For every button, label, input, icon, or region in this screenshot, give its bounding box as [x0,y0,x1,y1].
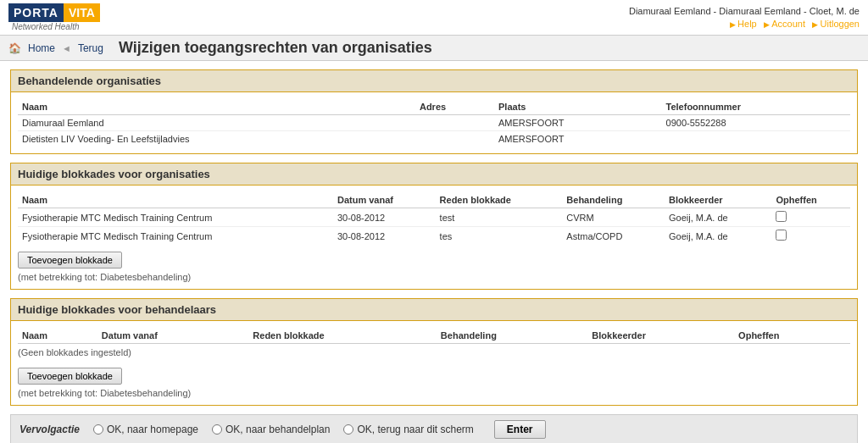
blok-naam: Fysiotherapie MTC Medisch Training Centr… [18,227,333,246]
radio-homepage-label: OK, naar homepage [107,424,198,435]
behandelende-organisaties-header: Behandelende organisaties [11,70,857,92]
help-link[interactable]: Help [730,19,757,29]
enter-button[interactable]: Enter [494,420,546,439]
radio-behandelplan-label: OK, naar behandelplan [225,424,330,435]
blok-opheffen-cell [771,208,850,227]
vervolgactie-bar: Vervolgactie OK, naar homepage OK, naar … [10,414,858,443]
blok-reden: tes [436,227,563,246]
blok-opheffen-cell [771,227,850,246]
col-datum: Datum vanaf [97,328,249,344]
toevoegen-blokkade-org-button[interactable]: Toevoegen blokkade [18,252,122,269]
blokkades-behandelaars-section: Huidige blokkades voor behandelaars Naam… [10,298,858,406]
logo-area: PORTAVITA Networked Health [8,3,100,31]
blok-reden: test [436,208,563,227]
col-blokkeerder: Blokkeerder [665,192,771,208]
org-plaats: AMERSFOORT [494,115,662,131]
account-link[interactable]: Account [764,19,805,29]
no-data-label: (Geen blokkades ingesteld) [18,344,850,362]
blokkades-behandelaars-table: Naam Datum vanaf Reden blokkade Behandel… [18,328,850,361]
blokkade-org-note: (met betrekking tot: Diabetesbehandeling… [18,272,850,282]
col-behandeling: Behandeling [437,328,587,344]
blok-behandeling: CVRM [562,208,665,227]
org-naam: Diamuraal Eemland [18,115,415,131]
logo: PORTAVITA [8,3,100,22]
blokkades-organisaties-content: Naam Datum vanaf Reden blokkade Behandel… [11,186,857,289]
org-naam: Dietisten LIV Voeding- En Leefstijladvie… [18,131,415,147]
col-opheffen: Opheffen [734,328,850,344]
col-adres: Adres [415,99,494,115]
home-icon: 🏠 [8,42,21,54]
org-adres [415,131,494,147]
behandelende-organisaties-section: Behandelende organisaties Naam Adres Pla… [10,69,858,154]
main-content: Behandelende organisaties Naam Adres Pla… [0,61,868,443]
blok-datum: 30-08-2012 [333,208,436,227]
blokkade-behandelaar-note: (met betrekking tot: Diabetesbehandeling… [18,388,850,398]
blok-blokkeerder: Goeij, M.A. de [665,208,771,227]
toevoegen-blokkade-behandelaar-button[interactable]: Toevoegen blokkade [18,368,122,385]
blok-datum: 30-08-2012 [333,227,436,246]
radio-option-ditscherm[interactable]: OK, terug naar dit scherm [343,424,473,435]
table-row: Fysiotherapie MTC Medisch Training Centr… [18,227,850,246]
table-row: Fysiotherapie MTC Medisch Training Centr… [18,208,850,227]
logo-vita: VITA [64,3,100,22]
blok-blokkeerder: Goeij, M.A. de [665,227,771,246]
blok-behandeling: Astma/COPD [562,227,665,246]
vervolgactie-label: Vervolgactie [19,424,80,435]
table-row: Diamuraal Eemland AMERSFOORT 0900-555228… [18,115,850,131]
col-datum: Datum vanaf [333,192,436,208]
home-link[interactable]: Home [28,42,55,54]
org-telefoon [662,131,850,147]
page-header: PORTAVITA Networked Health Diamuraal Eem… [0,0,868,36]
blokkades-organisaties-section: Huidige blokkades voor organisaties Naam… [10,163,858,290]
col-reden: Reden blokkade [248,328,437,344]
blokkades-organisaties-table: Naam Datum vanaf Reden blokkade Behandel… [18,192,850,245]
col-naam: Naam [18,192,333,208]
blokkades-behandelaars-content: Naam Datum vanaf Reden blokkade Behandel… [11,321,857,405]
col-plaats: Plaats [494,99,662,115]
logo-porta: PORTA [8,3,64,22]
col-telefoon: Telefoonnummer [662,99,850,115]
logo-tagline: Networked Health [12,22,79,31]
blokkades-organisaties-header: Huidige blokkades voor organisaties [11,163,857,186]
radio-option-behandelplan[interactable]: OK, naar behandelplan [212,424,330,435]
col-naam: Naam [18,99,415,115]
org-plaats: AMERSFOORT [494,131,662,147]
org-adres [415,115,494,131]
behandelende-organisaties-content: Naam Adres Plaats Telefoonnummer Diamura… [11,92,857,153]
nav-separator: ◄ [62,43,71,53]
table-row: (Geen blokkades ingesteld) [18,344,850,362]
radio-ditscherm-label: OK, terug naar dit scherm [357,424,473,435]
radio-homepage[interactable] [93,424,103,435]
radio-option-homepage[interactable]: OK, naar homepage [93,424,198,435]
radio-behandelplan[interactable] [212,424,222,435]
col-reden: Reden blokkade [436,192,563,208]
blok-naam: Fysiotherapie MTC Medisch Training Centr… [18,208,333,227]
col-naam: Naam [18,328,97,344]
radio-ditscherm[interactable] [343,424,353,435]
opheffen-checkbox-1[interactable] [776,211,787,222]
col-blokkeerder: Blokkeerder [587,328,734,344]
back-link[interactable]: Terug [78,42,103,54]
org-line: Diamuraal Eemland - Diamuraal Eemland - … [629,6,860,16]
page-title: Wijzigen toegangsrechten van organisatie… [119,39,432,57]
col-opheffen: Opheffen [771,192,850,208]
blokkades-behandelaars-header: Huidige blokkades voor behandelaars [11,299,857,321]
uitloggen-link[interactable]: Uitloggen [812,19,860,29]
behandelende-organisaties-table: Naam Adres Plaats Telefoonnummer Diamura… [18,99,850,147]
nav-bar: 🏠 Home ◄ Terug Wijzigen toegangsrechten … [0,36,868,61]
header-right: Diamuraal Eemland - Diamuraal Eemland - … [629,6,860,29]
org-telefoon: 0900-5552288 [662,115,850,131]
header-links: Help Account Uitloggen [629,19,860,29]
opheffen-checkbox-2[interactable] [776,230,787,241]
col-behandeling: Behandeling [562,192,665,208]
table-row: Dietisten LIV Voeding- En Leefstijladvie… [18,131,850,147]
